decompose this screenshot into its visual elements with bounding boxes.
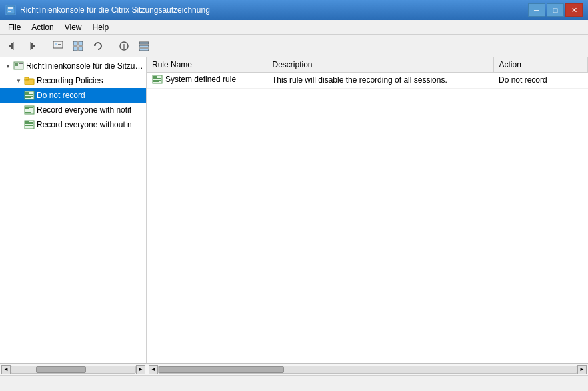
svg-rect-28 <box>25 92 29 95</box>
toolbar: i <box>0 35 588 57</box>
refresh-button[interactable] <box>89 37 107 55</box>
svg-rect-10 <box>79 41 83 45</box>
svg-rect-23 <box>15 67 23 67</box>
right-panel: Rule Name Description Action <box>147 57 588 363</box>
col-action[interactable]: Action <box>493 57 588 72</box>
policies-folder-icon <box>24 75 35 86</box>
svg-rect-1 <box>8 7 13 9</box>
svg-rect-48 <box>157 78 161 79</box>
tree-root[interactable]: ▼ Richtlinienkonsole für die Sitzungs <box>0 59 146 73</box>
cell-rule-name: System defined rule <box>147 72 267 88</box>
tree-do-not-record-label: Do not record <box>37 91 85 100</box>
svg-rect-47 <box>157 77 161 77</box>
title-bar: Richtlinienkonsole für die Citrix Sitzun… <box>0 0 588 20</box>
main-content: ▼ Richtlinienkonsole für die Sitzungs ▼ <box>0 57 588 363</box>
svg-rect-18 <box>139 49 149 51</box>
svg-rect-21 <box>19 63 23 64</box>
menu-view[interactable]: View <box>59 20 87 35</box>
left-scrollbar[interactable]: ◄ ► <box>0 364 147 375</box>
svg-rect-43 <box>25 125 33 126</box>
tree-policies-label: Recording Policies <box>37 76 103 85</box>
svg-text:i: i <box>123 43 125 50</box>
menu-bar: File Action View Help <box>0 20 588 35</box>
svg-rect-7 <box>58 43 61 43</box>
svg-rect-30 <box>29 94 33 95</box>
title-bar-controls: ─ □ ✕ <box>528 3 583 17</box>
record-with-notif-icon <box>24 105 35 115</box>
svg-marker-3 <box>9 42 13 50</box>
svg-rect-38 <box>25 112 31 113</box>
tree-policies[interactable]: ▼ Recording Policies <box>0 73 146 88</box>
svg-rect-42 <box>29 123 33 124</box>
svg-marker-4 <box>31 42 35 50</box>
svg-rect-29 <box>29 93 33 93</box>
tree-record-without-notif[interactable]: Record everyone without n <box>0 117 146 132</box>
svg-rect-11 <box>73 47 77 51</box>
right-scrollbar[interactable]: ◄ ► <box>147 364 588 375</box>
svg-rect-26 <box>26 79 33 80</box>
tree-record-with-notif[interactable]: Record everyone with notif <box>0 103 146 117</box>
detail-button[interactable] <box>135 37 153 55</box>
cell-action: Do not record <box>493 72 588 88</box>
svg-rect-17 <box>139 45 149 47</box>
rules-table: Rule Name Description Action <box>147 57 588 89</box>
window-title: Richtlinienkonsole für die Citrix Sitzun… <box>20 5 210 15</box>
svg-rect-20 <box>15 63 18 66</box>
toolbar-separator-1 <box>45 39 45 53</box>
svg-rect-49 <box>153 80 161 81</box>
menu-file[interactable]: File <box>3 20 26 35</box>
right-scroll-right-btn[interactable]: ► <box>577 365 587 374</box>
svg-rect-16 <box>139 42 149 44</box>
left-scroll-right-btn[interactable]: ► <box>136 365 145 374</box>
status-bar <box>0 375 588 388</box>
svg-rect-22 <box>19 65 23 65</box>
root-icon <box>13 61 24 71</box>
right-scroll-thumb[interactable] <box>159 366 284 373</box>
tree-panel: ▼ Richtlinienkonsole für die Sitzungs ▼ <box>0 57 147 363</box>
left-scroll-track[interactable] <box>11 366 136 374</box>
svg-rect-2 <box>8 11 11 12</box>
up-button[interactable] <box>49 37 67 55</box>
table-row[interactable]: System defined rule This rule will disab… <box>147 72 588 88</box>
col-description[interactable]: Description <box>267 57 493 72</box>
col-rule-name[interactable]: Rule Name <box>147 57 267 72</box>
back-button[interactable] <box>3 37 21 55</box>
do-not-record-icon <box>24 90 35 101</box>
right-scroll-left-btn[interactable]: ◄ <box>149 365 158 374</box>
svg-rect-0 <box>7 6 15 14</box>
svg-rect-37 <box>25 111 33 111</box>
svg-rect-34 <box>25 107 29 109</box>
left-scroll-thumb[interactable] <box>36 366 85 373</box>
tree-root-label: Richtlinienkonsole für die Sitzungs <box>26 61 146 71</box>
svg-rect-50 <box>153 81 159 82</box>
toolbar-separator-2 <box>111 39 111 53</box>
menu-action[interactable]: Action <box>26 20 59 35</box>
tree-do-not-record[interactable]: Do not record <box>0 88 146 103</box>
cell-description: This rule will disable the recording of … <box>267 72 493 88</box>
split-scrollbars: ◄ ► ◄ ► <box>0 363 588 375</box>
maximize-button[interactable]: □ <box>547 3 564 17</box>
menu-help[interactable]: Help <box>87 20 115 35</box>
tree-record-with-notif-label: Record everyone with notif <box>37 105 131 115</box>
svg-rect-32 <box>25 97 31 98</box>
svg-rect-40 <box>25 121 29 124</box>
minimize-button[interactable]: ─ <box>528 3 545 17</box>
row-policy-icon <box>152 75 163 84</box>
view-button[interactable] <box>69 37 87 55</box>
info-button[interactable]: i <box>115 37 133 55</box>
svg-rect-9 <box>73 41 77 45</box>
record-without-notif-icon <box>24 119 35 130</box>
close-button[interactable]: ✕ <box>565 3 583 17</box>
svg-rect-41 <box>29 122 33 123</box>
policies-expander: ▼ <box>13 75 24 86</box>
svg-rect-35 <box>29 107 33 108</box>
forward-button[interactable] <box>23 37 41 55</box>
svg-rect-6 <box>55 43 57 45</box>
right-scroll-track[interactable] <box>158 366 577 374</box>
app-icon <box>5 5 16 15</box>
svg-rect-12 <box>79 47 83 51</box>
left-scroll-left-btn[interactable]: ◄ <box>1 365 11 374</box>
svg-rect-36 <box>29 109 33 109</box>
tree-record-without-notif-label: Record everyone without n <box>37 120 132 129</box>
title-bar-left: Richtlinienkonsole für die Citrix Sitzun… <box>5 5 210 15</box>
